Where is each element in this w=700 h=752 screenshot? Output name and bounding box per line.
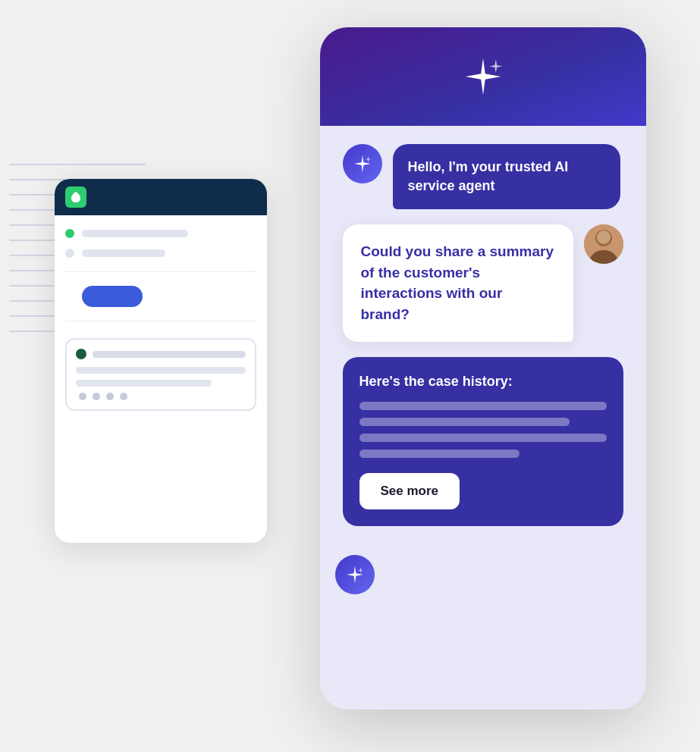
divider	[65, 321, 256, 321]
history-line	[359, 434, 607, 442]
ai-avatar	[343, 144, 382, 183]
bg-card-header	[55, 179, 267, 215]
case-history-title: Here's the case history:	[359, 374, 607, 390]
bottom-row	[76, 349, 246, 359]
small-dot	[79, 393, 86, 400]
content-line	[93, 351, 246, 358]
case-history-lines	[359, 402, 607, 458]
bottom-ai-row	[320, 544, 646, 609]
bg-card-row-2	[65, 249, 256, 258]
bg-card-row-1	[65, 229, 256, 238]
user-avatar-image	[584, 224, 623, 264]
content-line	[82, 230, 188, 237]
history-line	[359, 450, 520, 458]
content-line	[76, 367, 246, 374]
main-chat-card: Hello, I'm your trusted AI service agent…	[320, 27, 646, 710]
content-line	[76, 380, 212, 387]
leaf-icon	[70, 191, 82, 203]
ai-message-row: Hello, I'm your trusted AI service agent	[335, 144, 631, 209]
content-line	[82, 249, 165, 257]
user-question-text: Could you share a summary of the custome…	[361, 243, 554, 322]
status-dot-gray	[65, 249, 74, 258]
bg-card-bottom-section	[65, 338, 256, 411]
sparkle-icon-avatar	[352, 153, 373, 174]
status-dot-dark-green	[76, 349, 86, 359]
small-dot	[93, 393, 100, 400]
small-dot	[120, 393, 127, 400]
small-dot	[106, 393, 114, 400]
status-dot-green	[65, 229, 74, 238]
scene: Hello, I'm your trusted AI service agent…	[55, 27, 646, 725]
history-line	[359, 402, 607, 410]
sparkle-icon-large	[462, 55, 504, 98]
bg-card-body	[55, 215, 267, 338]
user-question-bubble: Could you share a summary of the custome…	[343, 224, 573, 341]
bg-card-logo	[65, 186, 86, 208]
history-line	[359, 418, 570, 426]
ai-greeting-bubble: Hello, I'm your trusted AI service agent	[393, 144, 620, 209]
card-button[interactable]	[82, 286, 143, 307]
see-more-button[interactable]: See more	[359, 473, 460, 509]
case-history-bubble: Here's the case history: See more	[343, 357, 623, 526]
ai-avatar-bottom	[335, 555, 375, 594]
ai-greeting-text: Hello, I'm your trusted AI service agent	[408, 159, 569, 193]
chat-header	[320, 27, 646, 126]
sparkle-icon-bottom	[344, 564, 366, 585]
user-message-row: Could you share a summary of the custome…	[335, 224, 631, 341]
dots-row	[76, 393, 246, 400]
user-avatar	[584, 224, 623, 264]
divider	[65, 271, 256, 272]
svg-point-3	[597, 230, 611, 244]
chat-body: Hello, I'm your trusted AI service agent…	[320, 126, 646, 544]
background-card	[55, 179, 267, 543]
